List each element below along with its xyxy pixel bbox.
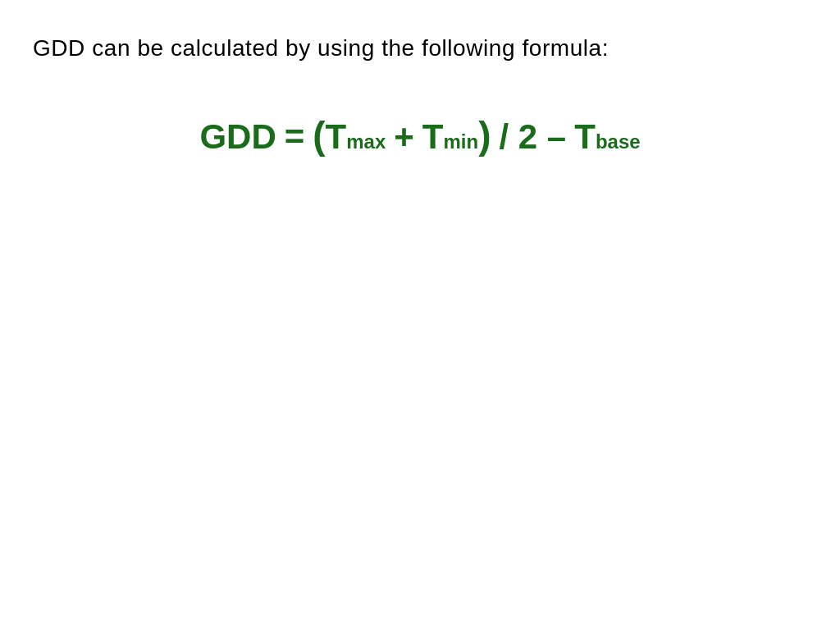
formula-tmax: Tmax (326, 117, 386, 157)
t-base-var: T (574, 117, 596, 157)
t-max-var: T (326, 117, 347, 157)
formula-open-paren: ( (313, 113, 325, 158)
formula-equals: = (285, 117, 305, 157)
formula-tbase: Tbase (574, 117, 640, 157)
gdd-formula: GDD = ( Tmax + Tmin ) / 2 – Tbase (199, 113, 640, 158)
t-min-var: T (422, 117, 444, 157)
page-container: GDD can be calculated by using the follo… (0, 0, 840, 630)
formula-divide: / 2 – (500, 117, 567, 157)
formula-tmin: Tmin (422, 117, 478, 157)
intro-paragraph: GDD can be calculated by using the follo… (33, 33, 807, 64)
gdd-label: GDD (199, 117, 276, 157)
formula-close-paren: ) (478, 113, 491, 158)
formula-container: GDD = ( Tmax + Tmin ) / 2 – Tbase (33, 113, 807, 158)
formula-gdd: GDD (199, 117, 276, 157)
formula-plus: + (394, 117, 414, 157)
